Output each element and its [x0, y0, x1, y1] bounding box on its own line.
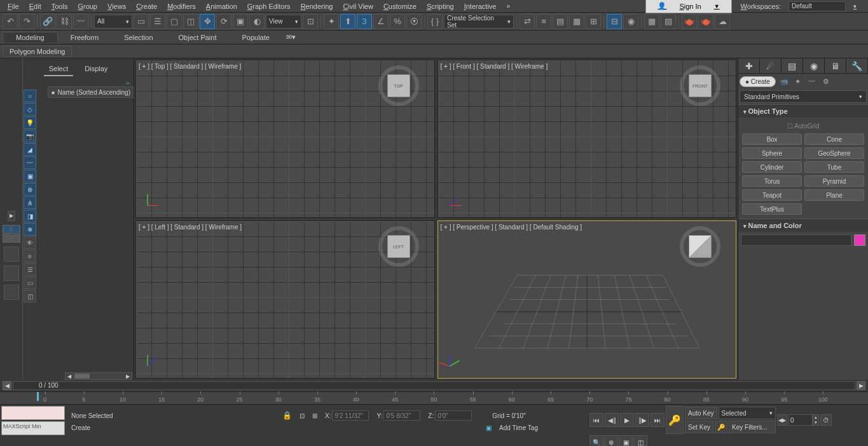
prev-frame-button[interactable]: ◀∥ — [605, 413, 619, 427]
prim-textplus[interactable]: TextPlus — [742, 203, 802, 215]
rendered-frame-button[interactable]: ▧ — [661, 14, 676, 29]
key-mode-dropdown[interactable]: Selected — [719, 407, 776, 419]
prim-cylinder[interactable]: Cylinder — [742, 161, 802, 173]
cp-tab-motion[interactable]: ◉ — [803, 58, 825, 73]
viewport-layout-quad[interactable] — [3, 225, 20, 243]
ref-coord-dropdown[interactable]: View — [266, 15, 301, 29]
select-by-name-button[interactable]: ☰ — [150, 14, 165, 29]
object-name-input[interactable] — [741, 234, 851, 246]
timeslider-prev[interactable]: ◀ — [3, 381, 11, 390]
angle-snap-toggle[interactable]: ∠ — [373, 14, 389, 29]
timeline-ruler[interactable]: 0 5 10 15 20 25 30 35 40 45 50 55 60 65 … — [0, 391, 868, 404]
prim-geosphere[interactable]: GeoSphere — [804, 147, 864, 159]
create-category-button[interactable]: ● Create — [740, 76, 776, 87]
render-online-button[interactable]: ☁ — [715, 14, 730, 29]
render-iterative-button[interactable]: 🫖 — [698, 14, 713, 29]
se-tab-select[interactable]: Select — [44, 62, 74, 76]
y-coord-input[interactable] — [383, 410, 420, 421]
rect-region-button[interactable]: ▢ — [167, 14, 182, 29]
se-view-alt-icon[interactable]: ▭ — [24, 276, 36, 289]
viewport-layout-other2[interactable] — [4, 266, 19, 281]
filter-spacewarps-icon[interactable]: 〰 — [24, 156, 36, 169]
menu-rendering[interactable]: Rendering — [296, 1, 338, 11]
menu-create[interactable]: Create — [131, 1, 162, 11]
se-collapse-icon[interactable]: ›› — [23, 80, 134, 86]
filter-frozen-icon[interactable]: ❄ — [24, 223, 36, 236]
zoom-button[interactable]: 🔍 — [589, 435, 603, 446]
menu-interactive[interactable]: Interactive — [459, 1, 502, 11]
mirror-button[interactable]: ⇄ — [520, 14, 535, 29]
schematic-view-button[interactable]: ⊟ — [607, 14, 622, 29]
workspace-dropdown[interactable] — [789, 1, 846, 11]
placement-button[interactable]: ◐ — [249, 14, 265, 29]
goto-start-button[interactable]: ⏮ — [589, 413, 603, 427]
ribbon-tab-object-paint[interactable]: Object Paint — [166, 32, 230, 43]
viewport-top[interactable]: [ + ] [ Top ] [ Standard ] [ Wireframe ]… — [135, 60, 435, 218]
filter-bones-icon[interactable]: ⋔ — [24, 196, 36, 209]
prim-sphere[interactable]: Sphere — [742, 147, 802, 159]
menu-tools[interactable]: Tools — [46, 1, 73, 11]
zoom-extents-button[interactable]: ▣ — [619, 435, 633, 446]
signin-button[interactable]: 👤 Sign In ▼ — [645, 0, 731, 13]
frame-mode-icon[interactable]: ◀▶ — [777, 414, 787, 426]
rollout-object-type[interactable]: Object Type — [738, 104, 868, 118]
next-frame-button[interactable]: ∥▶ — [635, 413, 649, 427]
viewcube-left[interactable]: LEFT — [382, 230, 415, 263]
macro-recorder-box[interactable] — [1, 406, 65, 420]
create-cat-wave-icon[interactable]: 〰 — [806, 76, 818, 87]
cp-tab-modify[interactable]: ☄ — [760, 58, 782, 73]
menu-scripting[interactable]: Scripting — [422, 1, 459, 11]
se-view-rows-icon[interactable]: ☰ — [24, 263, 36, 276]
undo-button[interactable]: ↶ — [3, 14, 18, 29]
prim-box[interactable]: Box — [742, 133, 802, 145]
snap-toggle[interactable]: 3 — [357, 14, 372, 29]
maxscript-listener-box[interactable]: MAXScript Min — [1, 421, 65, 435]
named-selection-dropdown[interactable]: Create Selection Set — [444, 15, 514, 29]
select-object-button[interactable]: ▭ — [134, 14, 149, 29]
viewport-persp-label[interactable]: [ + ] [ Perspective ] [ Standard ] [ Def… — [441, 224, 582, 231]
menu-animation[interactable]: Animation — [201, 1, 242, 11]
viewport-left[interactable]: [ + ] [ Left ] [ Standard ] [ Wireframe … — [135, 220, 435, 379]
current-frame-spinner[interactable]: ▴▾ — [789, 414, 819, 426]
filter-containers-icon[interactable]: ◨ — [24, 210, 36, 222]
cp-tab-display[interactable]: 🖥 — [825, 58, 846, 73]
zoom-extents-all-button[interactable]: ◫ — [633, 435, 647, 446]
viewport-perspective[interactable]: [ + ] [ Perspective ] [ Standard ] [ Def… — [437, 220, 737, 379]
viewport-top-label[interactable]: [ + ] [ Top ] [ Standard ] [ Wireframe ] — [139, 63, 241, 70]
manipulate-button[interactable]: ✦ — [324, 14, 339, 29]
prim-plane[interactable]: Plane — [804, 189, 864, 201]
ribbon-tab-selection[interactable]: Selection — [111, 32, 165, 43]
scale-button[interactable]: ▣ — [233, 14, 248, 29]
pivot-center-button[interactable]: ⊡ — [303, 14, 318, 29]
prim-cone[interactable]: Cone — [804, 133, 864, 145]
filter-cameras-icon[interactable]: 📷 — [24, 130, 36, 142]
viewport-front-label[interactable]: [ + ] [ Front ] [ Standard ] [ Wireframe… — [441, 63, 548, 70]
filter-shapes-icon[interactable]: ◇ — [24, 103, 36, 116]
prim-tube[interactable]: Tube — [804, 161, 864, 173]
percent-snap-toggle[interactable]: % — [390, 14, 405, 29]
time-tag-icon[interactable]: ▣ — [486, 424, 492, 431]
viewport-layout-other1[interactable] — [4, 247, 19, 262]
ribbon-sub-polygon-modeling[interactable]: Polygon Modeling — [3, 46, 72, 57]
autogrid-checkbox[interactable]: ☐ AutoGrid — [742, 121, 864, 133]
rollout-name-color[interactable]: Name and Color — [738, 219, 868, 232]
goto-end-button[interactable]: ⏭ — [651, 413, 665, 427]
window-crossing-button[interactable]: ◫ — [183, 14, 198, 29]
prim-torus[interactable]: Torus — [742, 175, 802, 187]
create-cat-gear-icon[interactable]: ⚙ — [820, 76, 832, 87]
prim-teapot[interactable]: Teapot — [742, 189, 802, 201]
ribbon-mail-icon[interactable]: ✉▾ — [282, 32, 300, 43]
selection-filter-dropdown[interactable]: All — [94, 15, 132, 29]
keyboard-shortcut-toggle[interactable]: ⬆ — [340, 14, 355, 29]
render-setup-button[interactable]: ▦ — [644, 14, 659, 29]
ribbon-tab-modeling[interactable]: Modeling — [3, 32, 58, 43]
workspace-dropdown-icon[interactable]: ▾ — [848, 2, 862, 11]
viewcube-persp[interactable] — [684, 230, 717, 263]
menu-modifiers[interactable]: Modifiers — [162, 1, 201, 11]
unlink-button[interactable]: ⛓ — [57, 14, 72, 29]
filter-xrefs-icon[interactable]: ⊕ — [24, 183, 36, 196]
cp-tab-create[interactable]: ✚ — [738, 58, 760, 73]
scroll-thumb[interactable] — [74, 374, 90, 379]
se-horizontal-scrollbar[interactable]: ◀ ▶ — [65, 372, 132, 380]
material-editor-button[interactable]: ◉ — [623, 14, 638, 29]
